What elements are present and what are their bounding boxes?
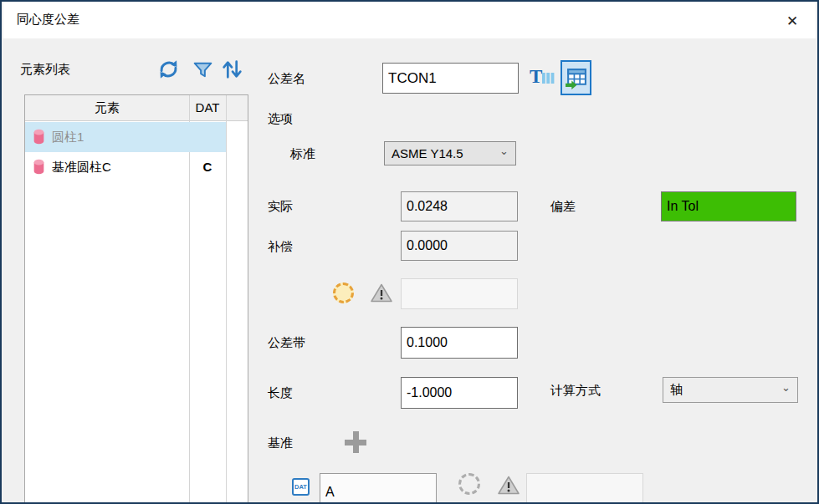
cylinder-icon — [32, 159, 46, 176]
title-bar: 同心度公差 ✕ — [3, 2, 816, 38]
deviation-status-badge: In Tol — [661, 191, 796, 221]
warning-icon — [371, 283, 392, 307]
element-list-title: 元素列表 — [20, 62, 70, 78]
text-label-icon[interactable]: T — [529, 66, 555, 93]
column-divider — [226, 95, 227, 504]
add-datum-icon[interactable] — [345, 431, 366, 453]
options-label: 选项 — [268, 111, 293, 127]
standard-value: ASME Y14.5 — [392, 146, 463, 160]
chevron-down-icon: ⌄ — [499, 147, 509, 155]
aux-value-field — [401, 278, 518, 309]
actual-label: 实际 — [268, 199, 293, 215]
standard-label: 标准 — [290, 146, 315, 162]
element-name: 基准圆柱C — [52, 160, 111, 176]
dat-badge-icon: DAT — [292, 478, 310, 496]
dialog-title: 同心度公差 — [17, 12, 79, 28]
send-to-report-button[interactable] — [561, 60, 591, 95]
calc-method-value: 轴 — [670, 382, 683, 398]
datum-input[interactable] — [320, 473, 437, 504]
actual-value-field — [401, 191, 518, 221]
standard-dropdown[interactable]: ASME Y14.5 ⌄ — [384, 141, 516, 165]
compensation-label: 补偿 — [268, 239, 293, 255]
table-arrow-icon — [565, 67, 587, 89]
column-header-dat[interactable]: DAT — [189, 100, 226, 115]
chevron-down-icon: ⌄ — [781, 384, 791, 392]
tolerance-name-input[interactable] — [382, 63, 519, 94]
element-name: 圆柱1 — [52, 130, 84, 145]
tolerance-zone-input[interactable] — [401, 327, 518, 359]
cylinder-icon — [32, 129, 46, 145]
refresh-icon[interactable] — [157, 58, 180, 84]
material-condition-icon[interactable] — [333, 283, 354, 303]
svg-text:T: T — [530, 66, 542, 87]
datum-aux-field — [526, 473, 643, 504]
deviation-label: 偏差 — [550, 199, 576, 215]
datum-label: 基准 — [268, 435, 293, 451]
filter-icon[interactable] — [192, 59, 213, 84]
tolerance-name-label: 公差名 — [268, 71, 305, 87]
datum-letter-cell: C — [189, 160, 226, 174]
material-condition-icon[interactable] — [458, 473, 480, 495]
table-row[interactable]: 圆柱1 — [25, 122, 226, 152]
element-table-header: 元素 DAT — [25, 95, 248, 121]
tolerance-zone-label: 公差带 — [268, 335, 305, 351]
calc-method-label: 计算方式 — [550, 383, 601, 399]
concentricity-tolerance-dialog: 同心度公差 ✕ 元素列表 元素 DAT — [0, 0, 819, 504]
column-header-element[interactable]: 元素 — [25, 100, 189, 116]
element-table: 元素 DAT 圆柱1 基准圆柱C C — [24, 94, 248, 504]
calc-method-dropdown[interactable]: 轴 ⌄ — [663, 377, 798, 403]
length-input[interactable] — [401, 377, 518, 409]
warning-icon — [498, 475, 520, 499]
sort-icon[interactable] — [220, 57, 244, 85]
length-label: 长度 — [268, 385, 293, 401]
close-icon[interactable]: ✕ — [779, 8, 806, 33]
compensation-value-field — [401, 231, 518, 261]
